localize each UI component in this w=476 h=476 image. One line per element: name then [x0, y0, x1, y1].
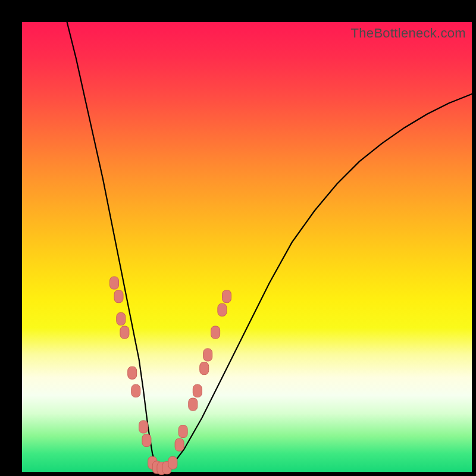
data-point: [193, 384, 202, 397]
data-point: [110, 277, 119, 289]
data-point: [131, 384, 140, 397]
curve-layer: [22, 22, 472, 472]
data-point: [117, 313, 126, 325]
data-point: [223, 290, 231, 303]
data-point: [175, 439, 184, 451]
bottleneck-curve: [67, 22, 472, 472]
data-point: [139, 421, 148, 433]
data-point: [189, 398, 198, 411]
data-point: [142, 434, 151, 447]
chart-frame: TheBottleneck.com: [0, 0, 476, 476]
data-point: [120, 326, 129, 339]
plot-area: TheBottleneck.com: [22, 22, 472, 472]
data-point: [218, 303, 227, 316]
data-point: [168, 456, 177, 469]
data-point: [178, 425, 187, 438]
data-point: [203, 349, 212, 361]
data-point: [200, 362, 209, 375]
data-point: [128, 367, 137, 379]
data-point: [211, 326, 220, 339]
data-point: [114, 290, 123, 303]
